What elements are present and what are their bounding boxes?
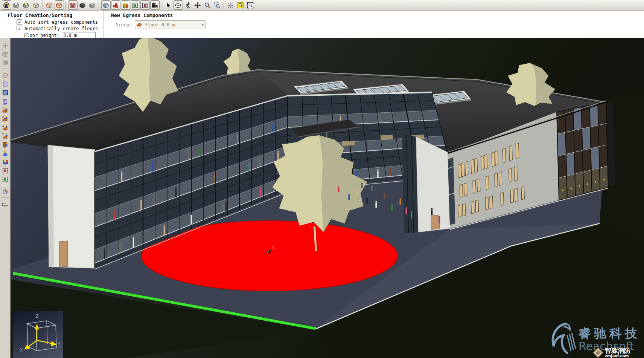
ribbon: Floor Creation/Sorting ✔ Auto sort egres… bbox=[0, 11, 644, 38]
sidebar-separator bbox=[2, 69, 9, 69]
egress-panel-title: New Egress Components bbox=[111, 12, 206, 18]
zoom-box-tool-button[interactable] bbox=[213, 0, 222, 10]
floor-height-input[interactable] bbox=[62, 32, 96, 38]
pan-view-tool-button bbox=[1, 41, 10, 49]
center-camera-tool-button[interactable] bbox=[226, 0, 236, 10]
orientation-cube[interactable]: Z X Y bbox=[13, 311, 63, 358]
door-edge-tool-button[interactable] bbox=[1, 89, 10, 96]
wireframe-view-mode-button[interactable] bbox=[45, 0, 54, 10]
orbit-view-mode-button[interactable] bbox=[2, 0, 11, 10]
floor-icon bbox=[137, 23, 143, 27]
group-label: Group: bbox=[116, 22, 132, 28]
show-cameras-toggle-button[interactable] bbox=[150, 0, 160, 10]
floor-panel-title: Floor Creation/Sorting bbox=[8, 12, 98, 18]
measure-tool-button[interactable] bbox=[1, 200, 10, 208]
transparent-geometry-toggle-button[interactable] bbox=[88, 0, 97, 10]
show-fire-toggle-button[interactable] bbox=[111, 0, 120, 10]
show-exits-red-toggle-button[interactable] bbox=[140, 0, 150, 10]
x-axis-label: X bbox=[20, 347, 23, 353]
rotate-view-tool-button bbox=[1, 50, 10, 58]
show-occupants-toggle-button[interactable] bbox=[121, 0, 130, 10]
show-exits-green-toggle-button[interactable] bbox=[131, 0, 140, 10]
polygon-room-tool-button[interactable] bbox=[1, 71, 10, 79]
roam-view-tool-button bbox=[1, 59, 10, 67]
stairs-one-point-tool-button[interactable]: 1 bbox=[1, 106, 10, 114]
show-terrain-toggle-button[interactable] bbox=[101, 0, 111, 10]
obstruction-tool-button[interactable] bbox=[1, 97, 10, 105]
ramp-one-point-tool-button[interactable]: 1 bbox=[1, 123, 10, 131]
auto-sort-label: Auto sort egress components bbox=[24, 20, 98, 25]
rectangle-room-tool-button[interactable] bbox=[1, 80, 10, 88]
sidebar-separator bbox=[2, 185, 9, 186]
stairs-two-point-tool-button[interactable]: 2 bbox=[1, 115, 10, 122]
svg-text:1: 1 bbox=[2, 124, 4, 127]
exit-panel-red-tool-button[interactable] bbox=[1, 167, 10, 174]
toolbar-separator bbox=[224, 2, 224, 9]
walk-tool-button[interactable] bbox=[183, 0, 193, 10]
z-axis-label: Z bbox=[35, 313, 39, 319]
orbit-tool-button[interactable] bbox=[174, 0, 183, 10]
add-occupant-tool-button[interactable] bbox=[1, 149, 10, 157]
shaded-view-mode-button[interactable] bbox=[12, 0, 21, 10]
svg-text:2: 2 bbox=[2, 116, 4, 119]
ribbon-separator bbox=[211, 11, 211, 38]
sidebar-separator bbox=[2, 197, 9, 198]
group-dropdown-value: Floor 0.0 m bbox=[145, 22, 199, 28]
svg-text:1: 1 bbox=[2, 107, 4, 110]
floor-creation-panel: Floor Creation/Sorting ✔ Auto sort egres… bbox=[0, 11, 103, 38]
zoom-tool-button[interactable] bbox=[203, 0, 212, 10]
auto-sort-checkbox[interactable]: ✔ bbox=[17, 19, 22, 25]
zhimiao-badge: 智淼消防 zmjaxf.com bbox=[592, 347, 630, 358]
toolbar-separator bbox=[65, 2, 66, 9]
y-axis-label: Y bbox=[57, 341, 61, 347]
toolbar-separator bbox=[99, 2, 99, 9]
scene-3d[interactable]: 1 bbox=[11, 38, 644, 358]
badge-url: zmjaxf.com bbox=[605, 354, 630, 358]
zhimiao-logo-icon bbox=[592, 347, 604, 358]
hide-geometry-toggle-button[interactable] bbox=[68, 0, 78, 10]
toolbar-separator bbox=[42, 2, 43, 9]
tool-sidebar: 1212 bbox=[0, 38, 11, 358]
pan-tool-button[interactable] bbox=[193, 0, 202, 10]
chevron-down-icon: ▼ bbox=[199, 22, 204, 28]
shaded-front-view-mode-button[interactable] bbox=[31, 0, 41, 10]
junction-glass bbox=[402, 133, 418, 233]
outline-view-mode-button[interactable] bbox=[55, 0, 64, 10]
exit-door-tool-button[interactable] bbox=[1, 141, 10, 148]
shaded-top-view-mode-button[interactable] bbox=[21, 0, 31, 10]
zoom-extents-tool-button[interactable] bbox=[236, 0, 245, 10]
group-dropdown[interactable]: Floor 0.0 m ▼ bbox=[135, 20, 206, 29]
select-tool-button[interactable] bbox=[164, 0, 173, 10]
toolbar-separator bbox=[161, 2, 162, 9]
svg-text:2: 2 bbox=[2, 133, 4, 136]
new-egress-panel: New Egress Components Group: Floor 0.0 m… bbox=[104, 11, 211, 38]
viewport-3d[interactable]: 1 bbox=[11, 38, 644, 358]
main-toolbar bbox=[0, 0, 644, 11]
add-occupant-group-tool-button[interactable] bbox=[1, 158, 10, 166]
solid-geometry-toggle-button[interactable] bbox=[78, 0, 87, 10]
app-window: Floor Creation/Sorting ✔ Auto sort egres… bbox=[0, 0, 644, 358]
exit-panel-green-tool-button[interactable] bbox=[1, 175, 10, 183]
badge-title: 智淼消防 bbox=[605, 347, 630, 354]
end-wall-door bbox=[59, 241, 68, 267]
vertex-label: 1 bbox=[272, 245, 275, 250]
floor-height-label: Floor height: bbox=[24, 33, 59, 38]
right-wing-brown-glass bbox=[557, 102, 608, 200]
move-vertices-tool-button[interactable] bbox=[1, 188, 10, 196]
auto-create-floors-checkbox[interactable]: ✔ bbox=[17, 26, 22, 31]
ramp-two-point-tool-button[interactable]: 2 bbox=[1, 132, 10, 140]
zoom-reset-tool-button[interactable] bbox=[246, 0, 255, 10]
auto-create-floors-label: Automatically create floors bbox=[24, 26, 98, 31]
junction-door bbox=[431, 214, 439, 229]
end-wall-left bbox=[48, 145, 95, 268]
